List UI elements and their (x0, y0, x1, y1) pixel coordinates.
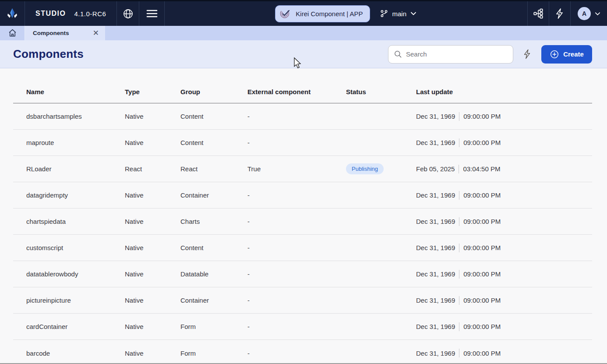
last-update-date: Dec 31, 1969 (416, 244, 455, 251)
cell-name: RLoader (26, 165, 125, 173)
date-time-divider (459, 138, 459, 147)
last-update-time: 09:00:00 PM (463, 191, 501, 199)
cell-last-update: Dec 31, 196909:00:00 PM (416, 138, 592, 147)
cell-last-update: Dec 31, 196909:00:00 PM (416, 112, 592, 121)
cell-external-component: - (247, 297, 346, 304)
cell-external-component: - (247, 244, 346, 251)
cell-type: Native (125, 270, 180, 278)
cell-last-update: Dec 31, 196909:00:00 PM (416, 322, 592, 331)
last-update-time: 09:00:00 PM (463, 297, 501, 304)
top-bar: STUDIO 4.1.0-RC6 (0, 0, 607, 26)
last-update-time: 09:00:00 PM (463, 323, 501, 330)
cell-name: chartspiedata (26, 218, 125, 225)
brand-name: STUDIO (35, 10, 66, 18)
cell-group: Charts (180, 218, 247, 225)
column-header-group: Group (180, 88, 247, 95)
home-icon (8, 28, 17, 38)
last-update-time: 09:00:00 PM (463, 270, 501, 278)
components-table: Name Type Group External component Statu… (13, 81, 592, 364)
table-row[interactable]: datatablerowbodyNativeDatatable-Dec 31, … (13, 261, 592, 287)
brand-version: 4.1.0-RC6 (74, 10, 106, 18)
last-update-time: 09:00:00 PM (463, 350, 501, 357)
cell-group: Form (180, 323, 247, 330)
date-time-divider (459, 112, 459, 121)
cell-name: datatablerowbody (26, 270, 125, 278)
cell-type: Native (125, 350, 180, 357)
home-tab-button[interactable] (0, 26, 25, 40)
status-badge: Publishing (346, 163, 384, 174)
column-header-name: Name (26, 88, 125, 95)
create-button[interactable]: Create (541, 45, 592, 64)
brand-title: STUDIO 4.1.0-RC6 (25, 1, 117, 26)
cell-type: Native (125, 218, 180, 225)
git-branch-icon (380, 9, 388, 18)
globe-icon (123, 8, 134, 19)
page-header: Components Create (0, 40, 607, 68)
cell-last-update: Dec 31, 196909:00:00 PM (416, 244, 592, 252)
sitemap-icon (533, 8, 544, 19)
kirei-app-icon (279, 7, 291, 20)
tab-components[interactable]: Components ✕ (25, 26, 105, 40)
cell-external-component: - (247, 270, 346, 278)
language-globe-button[interactable] (117, 1, 139, 26)
last-update-date: Dec 31, 1969 (416, 323, 455, 330)
app-logo[interactable] (0, 1, 25, 26)
tab-label: Components (33, 30, 92, 36)
app-selector-pill[interactable]: Kirei Component | APP (275, 5, 370, 22)
branch-chevron-down-icon (410, 10, 417, 17)
cell-group: Content (180, 244, 247, 251)
table-row[interactable]: maprouteNativeContent-Dec 31, 196909:00:… (13, 130, 592, 156)
search-box[interactable] (388, 45, 513, 64)
table-row[interactable]: cardContainerNativeForm-Dec 31, 196909:0… (13, 314, 592, 340)
cell-type: Native (125, 113, 180, 120)
table-row[interactable]: dsbarchartsamplesNativeContent-Dec 31, 1… (13, 103, 592, 130)
cell-external-component: - (247, 113, 346, 120)
last-update-date: Dec 31, 1969 (416, 113, 455, 120)
date-time-divider (459, 349, 459, 357)
topbar-center: Kirei Component | APP main (165, 1, 527, 26)
date-time-divider (459, 217, 459, 226)
table-header-row: Name Type Group External component Statu… (13, 81, 592, 103)
column-header-lastupdate: Last update (416, 88, 592, 95)
cell-external-component: - (247, 218, 346, 225)
main-menu-button[interactable] (139, 1, 165, 26)
search-input[interactable] (406, 50, 508, 58)
table-row[interactable]: datagridemptyNativeContainer-Dec 31, 196… (13, 182, 592, 209)
table-row[interactable]: barcodeNativeForm-Dec 31, 196909:00:00 P… (13, 340, 592, 364)
user-menu[interactable]: A (570, 1, 607, 26)
table-body: dsbarchartsamplesNativeContent-Dec 31, 1… (13, 103, 592, 364)
page-title: Components (13, 47, 388, 61)
quick-actions-button[interactable] (549, 1, 570, 26)
create-button-label: Create (563, 50, 584, 58)
tab-close-icon[interactable]: ✕ (92, 29, 100, 37)
cell-external-component: - (247, 323, 346, 330)
user-chevron-down-icon (594, 11, 601, 17)
cell-type: React (125, 165, 180, 173)
cell-external-component: - (247, 191, 346, 199)
last-update-date: Dec 31, 1969 (416, 218, 455, 225)
table-row[interactable]: chartspiedataNativeCharts-Dec 31, 196909… (13, 209, 592, 235)
sitemap-button[interactable] (527, 1, 549, 26)
publish-flash-button[interactable] (513, 49, 541, 60)
cell-external-component: - (247, 350, 346, 357)
table-row[interactable]: RLoaderReactReactTruePublishingFeb 05, 2… (13, 156, 592, 182)
last-update-date: Dec 31, 1969 (416, 191, 455, 199)
cell-type: Native (125, 297, 180, 304)
date-time-divider (459, 191, 459, 200)
table-row[interactable]: pictureinpictureNativeContainer-Dec 31, … (13, 287, 592, 314)
table-row[interactable]: customscriptNativeContent-Dec 31, 196909… (13, 235, 592, 261)
cell-name: datagridempty (26, 191, 125, 199)
cell-group: React (180, 165, 247, 173)
cell-name: customscript (26, 244, 125, 251)
date-time-divider (459, 322, 459, 331)
last-update-date: Dec 31, 1969 (416, 350, 455, 357)
branch-selector[interactable]: main (380, 9, 417, 18)
studio-logo-icon (6, 7, 18, 20)
last-update-date: Dec 31, 1969 (416, 270, 455, 278)
column-header-external: External component (247, 88, 346, 95)
last-update-date: Dec 31, 1969 (416, 297, 455, 304)
flash-icon (522, 49, 532, 60)
cell-group: Datatable (180, 270, 247, 278)
cell-last-update: Dec 31, 196909:00:00 PM (416, 349, 592, 357)
search-icon (394, 50, 402, 58)
